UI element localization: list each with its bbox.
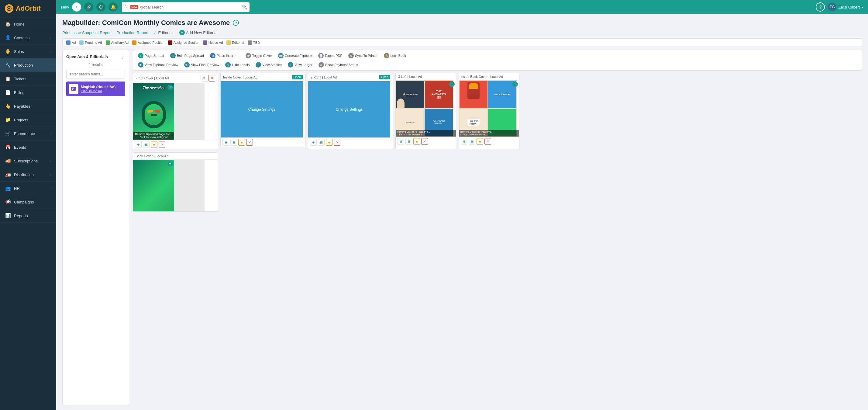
3left-add-btn[interactable]: + xyxy=(449,82,455,87)
copy-icon[interactable]: ⊕ xyxy=(222,139,229,146)
layout-icon[interactable]: ⊞ xyxy=(405,138,412,145)
editorials-link[interactable]: ✓ Editorials xyxy=(153,30,174,35)
color-icon[interactable]: ■ xyxy=(413,138,420,145)
export-pdf-button[interactable]: 📄 Export PDF xyxy=(316,52,344,59)
add-new-button[interactable]: + xyxy=(72,2,81,11)
inside-back-label: nside Back Cover | Local Ad xyxy=(461,75,503,79)
svg-rect-3 xyxy=(72,88,74,89)
search-input[interactable] xyxy=(140,5,240,9)
delete-icon[interactable]: ✕ xyxy=(159,141,165,148)
copy-icon[interactable]: ⊕ xyxy=(135,141,142,148)
pending-ad-dot xyxy=(79,40,84,45)
campaigns-icon: 📢 xyxy=(5,199,11,205)
subscriptions-icon: 🚚 xyxy=(5,158,11,164)
lock-book-button[interactable]: 🔒 Lock Book xyxy=(382,52,408,59)
legend-editorial: Editorial xyxy=(226,40,244,45)
view-smaller-button[interactable]: − View Smaller xyxy=(254,61,284,68)
user-area[interactable]: ZG Zach Gilbert ▾ xyxy=(828,3,863,11)
link-button[interactable]: 🔗 xyxy=(84,2,93,11)
sidebar-item-events[interactable]: 📅 Events xyxy=(0,141,56,154)
sidebar-item-sales[interactable]: ✋ Sales › xyxy=(0,45,56,58)
lock-icon: 🔒 xyxy=(384,53,389,58)
delete-icon[interactable]: ✕ xyxy=(421,138,428,145)
pages-grid: Front Cover | Local Ad ⊕ ✕ The Avengies xyxy=(133,73,862,212)
view-final-button[interactable]: 👁 View Final Preview xyxy=(182,61,221,68)
sidebar-item-subscriptions[interactable]: 🚚 Subscriptions › xyxy=(0,154,56,168)
layout-icon[interactable]: ⊞ xyxy=(318,139,324,146)
chevron-right-icon: › xyxy=(51,173,51,176)
production-report-link[interactable]: Production Report xyxy=(117,30,149,35)
front-cover-img-area: The Avengies xyxy=(133,83,218,140)
delete-icon[interactable]: ✕ xyxy=(485,138,491,145)
sidebar-item-contacts[interactable]: 👤 Contacts › xyxy=(0,31,56,45)
generate-flipbook-button[interactable]: 📖 Generate Flipbook xyxy=(276,52,314,59)
sync-printer-button[interactable]: 🖨 Sync To Printer xyxy=(346,52,379,59)
change-settings-btn-2right[interactable]: Change Settings xyxy=(336,107,363,112)
color-icon[interactable]: ■ xyxy=(151,141,157,148)
legend-ancillary-ad: Ancillary Ad xyxy=(106,40,129,45)
page-card-front-cover: Front Cover | Local Ad ⊕ ✕ The Avengies xyxy=(133,73,218,149)
inside-cover-open-btn[interactable]: Open xyxy=(292,75,303,79)
inside-back-add-btn[interactable]: + xyxy=(513,82,518,87)
panel-search-input[interactable] xyxy=(66,70,125,79)
change-settings-btn-inside[interactable]: Change Settings xyxy=(248,107,275,112)
production-icon: 🔧 xyxy=(5,62,11,68)
legend-ad: Ad xyxy=(66,40,76,45)
hide-labels-button[interactable]: ◎ Hide Labels xyxy=(223,61,251,68)
sidebar-item-tickets[interactable]: 📋 Tickets xyxy=(0,72,56,86)
sidebar-item-hr[interactable]: 👥 HR › xyxy=(0,182,56,195)
bulk-page-spread-button[interactable]: ⊞ Bulk Page Spread xyxy=(168,52,206,59)
layout-icon[interactable]: ⊞ xyxy=(143,141,150,148)
legend-bar: Ad Pending Ad Ancillary Ad Assigned Posi… xyxy=(62,38,862,47)
color-icon[interactable]: ■ xyxy=(326,139,333,146)
history-button[interactable]: ⏱ xyxy=(96,2,105,11)
sidebar-item-reports[interactable]: 📊 Reports xyxy=(0,209,56,223)
edit-house-ad-link[interactable]: Edit House Ad xyxy=(81,89,123,93)
ad-item-maghub[interactable]: MagHub (House Ad) Edit House Ad xyxy=(66,82,125,96)
print-snapshot-link[interactable]: Print Issue Snapshot Report xyxy=(62,30,112,35)
view-larger-button[interactable]: + View Larger xyxy=(286,61,314,68)
help-button[interactable]: ? xyxy=(816,2,825,11)
copy-icon[interactable]: ⊕ xyxy=(461,138,467,145)
inside-back-actions: ⊕ ⊞ ■ ✕ xyxy=(459,137,519,146)
page-help-button[interactable]: ? xyxy=(233,20,239,26)
front-cover-delete-icon[interactable]: ✕ xyxy=(209,75,215,82)
toolbar: + Page Spread ⊞ Bulk Page Spread ⊕ Place… xyxy=(133,50,862,70)
notifications-button[interactable]: 🔔 xyxy=(108,2,118,11)
color-icon[interactable]: ■ xyxy=(238,139,245,146)
back-cover-header: Back Cover | Local Ad xyxy=(133,153,218,160)
legend-house-ad: House Ad xyxy=(203,40,223,45)
sidebar-item-projects[interactable]: 📁 Projects xyxy=(0,113,56,127)
panel-menu-icon[interactable]: ⋮ xyxy=(120,54,125,60)
delete-icon[interactable]: ✕ xyxy=(334,139,340,146)
sidebar-item-distribution[interactable]: 🚛 Distribution › xyxy=(0,168,56,182)
logo-area[interactable]: AdOrbit xyxy=(0,0,56,17)
sidebar-item-home[interactable]: 🏠 Home xyxy=(0,17,56,31)
back-cover-add-btn[interactable]: + xyxy=(167,161,173,166)
copy-icon[interactable]: ⊕ xyxy=(310,139,317,146)
toggle-cover-button[interactable]: ⟳ Toggle Cover xyxy=(244,52,274,59)
delete-icon[interactable]: ✕ xyxy=(246,139,253,146)
sub-nav: Print Issue Snapshot Report Production R… xyxy=(62,30,862,35)
add-editorial-button[interactable]: + Add New Editorial xyxy=(179,30,217,35)
sidebar-item-ecommerce[interactable]: 🛒 Ecommerce › xyxy=(0,127,56,141)
color-icon[interactable]: ■ xyxy=(476,138,483,145)
page-spread-button[interactable]: + Page Spread xyxy=(136,52,166,59)
layout-icon[interactable]: ⊞ xyxy=(230,139,237,146)
show-payment-button[interactable]: ≡ Show Payment Status xyxy=(317,61,360,68)
ad-item-icon xyxy=(69,84,79,94)
copy-icon[interactable]: ⊕ xyxy=(398,138,404,145)
front-cover-target-icon[interactable]: ⊕ xyxy=(200,75,207,82)
sidebar-item-billing[interactable]: 📄 Billing xyxy=(0,86,56,99)
sidebar-item-production[interactable]: 🔧 Production › xyxy=(0,58,56,72)
printer-icon: 🖨 xyxy=(348,53,354,58)
front-cover-add-btn[interactable]: + xyxy=(167,85,173,90)
sidebar-item-payables[interactable]: 👆 Payables xyxy=(0,99,56,113)
insert-icon: ⊕ xyxy=(210,53,215,58)
2right-open-btn[interactable]: Open xyxy=(379,75,390,79)
view-flipbook-button[interactable]: 👁 View Flipbook Preview xyxy=(136,61,180,68)
sidebar: AdOrbit 🏠 Home 👤 Contacts › ✋ Sales › 🔧 … xyxy=(0,0,56,410)
layout-icon[interactable]: ⊞ xyxy=(469,138,475,145)
sidebar-item-campaigns[interactable]: 📢 Campaigns xyxy=(0,195,56,209)
place-insert-button[interactable]: ⊕ Place Insert xyxy=(208,52,236,59)
